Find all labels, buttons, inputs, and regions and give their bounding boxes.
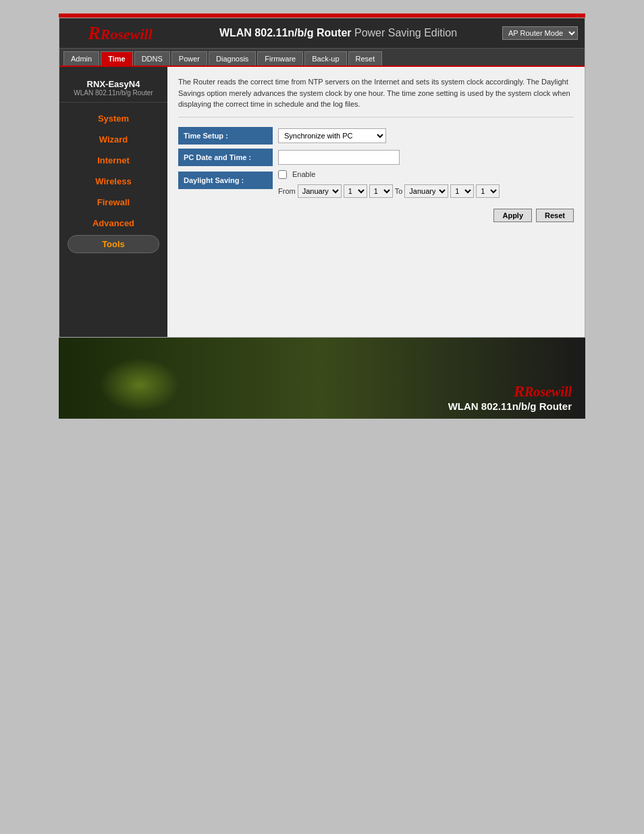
mode-selector[interactable]: AP Router Mode [502,26,578,40]
apply-button[interactable]: Apply [493,209,532,222]
tab-diagnosis[interactable]: Diagnosis [209,51,256,66]
footer-content: RRosewill WLAN 802.11n/b/g Router [448,382,572,412]
to-hour-select[interactable]: 1231223 [476,184,500,198]
tab-admin[interactable]: Admin [63,51,99,66]
daylight-enable-label: Enable [292,170,315,178]
tab-reset[interactable]: Reset [348,51,383,66]
sidebar: RNX-EasyN4 WLAN 802.11n/b/g Router Syste… [59,67,167,337]
time-setup-select[interactable]: Synchronize with PC [278,128,386,143]
daylight-label: Daylight Saving : [178,172,273,189]
button-row: Apply Reset [178,209,574,222]
pc-date-input[interactable] [278,150,400,165]
tab-backup[interactable]: Back-up [304,51,346,66]
mode-selector-wrapper: AP Router Mode [502,26,578,40]
from-day-select[interactable]: 12345 678910 15202531 [344,184,367,198]
pc-date-control [278,150,400,165]
sidebar-item-advanced[interactable]: Advanced [59,213,167,234]
sidebar-item-wizard[interactable]: Wizard [59,129,167,150]
daylight-row: Daylight Saving : Enable From January Fe… [178,170,574,198]
logo-area: RRosewill [66,22,174,44]
content-wrapper: RNX-EasyN4 WLAN 802.11n/b/g Router Syste… [59,67,585,337]
from-label: From [278,187,296,195]
pc-date-label: PC Date and Time : [178,149,273,166]
time-setup-label: Time Setup : [178,127,273,145]
to-day-select[interactable]: 12345 678910 15202531 [450,184,474,198]
from-hour-select[interactable]: 1231223 [369,184,393,198]
description-text: The Router reads the correct time from N… [178,76,574,118]
to-label: To [395,187,403,195]
footer-logo: RRosewill [448,382,572,400]
title-area: WLAN 802.11n/b/g Router Power Saving Edi… [174,27,502,39]
to-month-select[interactable]: January February March April May June Ju… [404,184,448,198]
device-model: WLAN 802.11n/b/g Router [65,89,162,97]
device-name: RNX-EasyN4 [65,79,162,89]
tab-time[interactable]: Time [101,51,132,66]
daylight-fields: Enable From January February March April… [278,170,500,198]
page-title: WLAN 802.11n/b/g Router Power Saving Edi… [174,27,502,39]
tab-firmware[interactable]: Firmware [257,51,303,66]
logo: RRosewill [88,22,153,44]
main-container: RRosewill WLAN 802.11n/b/g Router Power … [59,18,585,338]
sidebar-item-system[interactable]: System [59,108,167,129]
tab-ddns[interactable]: DDNS [134,51,170,66]
device-info: RNX-EasyN4 WLAN 802.11n/b/g Router [59,74,167,103]
nav-tabs: Admin Time DDNS Power Diagnosis Firmware… [59,49,585,67]
tab-power[interactable]: Power [171,51,207,66]
from-month-select[interactable]: January February March April May June Ju… [298,184,342,198]
sidebar-item-tools[interactable]: Tools [68,235,159,253]
daylight-from-to: From January February March April May Ju… [278,184,500,198]
sidebar-item-wireless[interactable]: Wireless [59,171,167,192]
footer-title: WLAN 802.11n/b/g Router [448,400,572,412]
daylight-enable-area: Enable [278,170,500,179]
reset-button[interactable]: Reset [536,209,574,222]
sidebar-item-internet[interactable]: Internet [59,150,167,171]
time-setup-control: Synchronize with PC [278,128,386,143]
footer-area: RRosewill WLAN 802.11n/b/g Router [59,338,585,419]
footer-glow [99,358,180,412]
time-setup-row: Time Setup : Synchronize with PC [178,127,574,145]
pc-date-row: PC Date and Time : [178,149,574,166]
daylight-enable-checkbox[interactable] [278,170,287,179]
header-area: RRosewill WLAN 802.11n/b/g Router Power … [59,18,585,49]
sidebar-item-firewall[interactable]: Firewall [59,192,167,213]
page-wrapper: RRosewill WLAN 802.11n/b/g Router Power … [0,0,644,834]
main-content: The Router reads the correct time from N… [167,67,585,337]
